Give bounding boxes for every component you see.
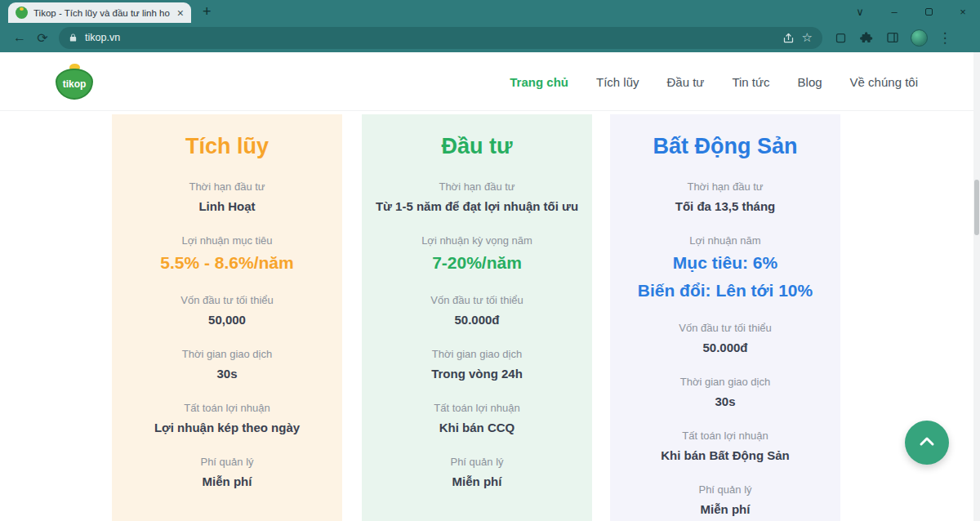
- tab-title: Tikop - Tích lũy và đầu tư linh ho: [33, 8, 172, 18]
- window-restore-button[interactable]: [911, 0, 946, 23]
- side-panel-icon[interactable]: [881, 26, 904, 49]
- row-value: Lợi nhuận kép theo ngày: [115, 421, 339, 434]
- nav-item-tich-luy[interactable]: Tích lũy: [596, 75, 639, 89]
- row-value: 30s: [115, 367, 339, 381]
- restore-icon: [925, 8, 933, 16]
- plan-row: Vốn đầu tư tối thiểu 50,000: [128, 294, 326, 327]
- browser-menu-icon[interactable]: ⋮: [933, 26, 956, 49]
- bookmark-star-icon[interactable]: ☆: [802, 30, 813, 45]
- plan-row: Vốn đầu tư tối thiểu 50.000đ: [378, 294, 576, 327]
- tab-close-icon[interactable]: ×: [177, 7, 184, 19]
- plan-row: Lợi nhuận mục tiêu 5.5% - 8.6%/năm: [128, 234, 326, 273]
- row-value: 50.000đ: [613, 341, 837, 354]
- row-value: Miễn phí: [365, 474, 589, 488]
- window-minimize-button[interactable]: –: [877, 0, 911, 23]
- lock-icon[interactable]: [69, 33, 78, 42]
- plan-row: Thời hạn đầu tư Linh Hoạt: [128, 180, 326, 213]
- window-controls: ∨ – ×: [843, 0, 980, 23]
- row-value: Tối đa 13,5 tháng: [613, 199, 837, 213]
- row-label: Phí quản lý: [378, 456, 576, 468]
- row-label: Thời hạn đầu tư: [128, 180, 326, 193]
- browser-toolbar: ← ⟳ tikop.vn ☆ ⋮: [0, 23, 980, 52]
- nav-item-dau-tu[interactable]: Đầu tư: [666, 75, 704, 89]
- row-value: Trong vòng 24h: [365, 367, 589, 381]
- row-label: Lợi nhuận kỳ vọng năm: [378, 234, 576, 247]
- logo-text: tikop: [63, 78, 87, 90]
- scroll-to-top-button[interactable]: [905, 421, 949, 465]
- extensions-puzzle-icon[interactable]: [855, 26, 878, 49]
- profile-avatar[interactable]: [907, 26, 930, 49]
- row-label: Thời hạn đầu tư: [378, 180, 576, 193]
- row-value: Khi bán Bất Động Sản: [613, 448, 837, 462]
- row-value-highlight: Mục tiêu: 6%: [613, 253, 837, 273]
- row-value: Khi bán CCQ: [365, 421, 589, 434]
- row-label: Thời gian giao dịch: [378, 348, 576, 360]
- row-value: Từ 1-5 năm để đạt lợi nhuận tối ưu: [365, 199, 589, 213]
- row-label: Thời hạn đầu tư: [626, 180, 824, 193]
- chevron-up-icon: [917, 433, 937, 452]
- nav-item-ve-chung-toi[interactable]: Về chúng tôi: [850, 75, 918, 89]
- window-chevron-icon[interactable]: ∨: [843, 0, 877, 23]
- site-header: tikop Trang chủ Tích lũy Đầu tư Tin tức …: [0, 52, 973, 111]
- row-label: Tất toán lợi nhuận: [128, 402, 326, 414]
- row-value: Miễn phí: [613, 502, 837, 516]
- url-text: tikop.vn: [85, 32, 775, 43]
- back-button[interactable]: ←: [8, 26, 31, 49]
- plan-row: Lợi nhuận kỳ vọng năm 7-20%/năm: [378, 234, 576, 273]
- row-value-highlight: 5.5% - 8.6%/năm: [115, 253, 339, 273]
- plan-row: Thời gian giao dịch Trong vòng 24h: [378, 348, 576, 381]
- plan-row: Thời gian giao dịch 30s: [128, 348, 326, 381]
- row-value: 30s: [613, 394, 837, 408]
- plan-card-title: Tích lũy: [128, 134, 326, 159]
- row-label: Vốn đầu tư tối thiểu: [378, 294, 576, 306]
- plan-row: Thời gian giao dịch 30s: [626, 376, 824, 408]
- plans-comparison-section: Tích lũy Thời hạn đầu tư Linh Hoạt Lợi n…: [0, 111, 973, 521]
- new-tab-button[interactable]: +: [203, 3, 212, 20]
- plan-row: Tất toán lợi nhuận Khi bán Bất Động Sản: [626, 430, 824, 462]
- plan-card-title: Đầu tư: [378, 134, 576, 159]
- nav-item-blog[interactable]: Blog: [798, 75, 822, 89]
- row-value: Linh Hoạt: [115, 199, 339, 213]
- plan-row: Tất toán lợi nhuận Lợi nhuận kép theo ng…: [128, 402, 326, 434]
- nav-item-trang-chu[interactable]: Trang chủ: [510, 75, 568, 89]
- plan-row: Thời hạn đầu tư Từ 1-5 năm để đạt lợi nh…: [378, 180, 576, 213]
- plan-row: Thời hạn đầu tư Tối đa 13,5 tháng: [626, 180, 824, 213]
- row-label: Phí quản lý: [626, 483, 824, 496]
- browser-tab[interactable]: Tikop - Tích lũy và đầu tư linh ho ×: [8, 2, 191, 23]
- row-label: Lợi nhuận mục tiêu: [128, 234, 326, 247]
- extension-icon[interactable]: [829, 26, 852, 49]
- nav-item-tin-tuc[interactable]: Tin tức: [732, 75, 769, 89]
- plan-row: Tất toán lợi nhuận Khi bán CCQ: [378, 402, 576, 434]
- scrollbar-thumb[interactable]: [974, 180, 979, 235]
- row-label: Tất toán lợi nhuận: [626, 430, 824, 442]
- row-label: Thời gian giao dịch: [626, 376, 824, 388]
- logo-bag-icon: tikop: [56, 69, 93, 100]
- browser-tab-strip: Tikop - Tích lũy và đầu tư linh ho × + ∨…: [0, 0, 980, 23]
- site-nav: Trang chủ Tích lũy Đầu tư Tin tức Blog V…: [510, 52, 918, 111]
- row-label: Tất toán lợi nhuận: [378, 402, 576, 414]
- plan-card-title: Bất Động Sản: [626, 134, 824, 159]
- row-value-highlight: Biến đổi: Lên tới 10%: [613, 281, 837, 301]
- row-value: Miễn phí: [115, 474, 339, 488]
- plan-row: Phí quản lý Miễn phí: [128, 456, 326, 488]
- share-icon[interactable]: [782, 32, 795, 44]
- avatar-image: [911, 29, 928, 47]
- page-viewport: tikop Trang chủ Tích lũy Đầu tư Tin tức …: [0, 52, 973, 521]
- plan-card-dau-tu: Đầu tư Thời hạn đầu tư Từ 1-5 năm để đạt…: [362, 114, 592, 521]
- tab-favicon-icon: [16, 7, 28, 19]
- row-value-highlight: 7-20%/năm: [365, 253, 589, 273]
- row-label: Vốn đầu tư tối thiểu: [128, 294, 326, 306]
- plan-card-tich-luy: Tích lũy Thời hạn đầu tư Linh Hoạt Lợi n…: [112, 114, 342, 521]
- page-scrollbar[interactable]: [973, 52, 980, 521]
- plan-row: Phí quản lý Miễn phí: [378, 456, 576, 488]
- row-label: Phí quản lý: [128, 456, 326, 468]
- plan-row: Lợi nhuận năm Mục tiêu: 6% Biến đổi: Lên…: [626, 234, 824, 301]
- row-value: 50,000: [115, 313, 339, 327]
- window-close-button[interactable]: ×: [946, 0, 980, 23]
- row-label: Thời gian giao dịch: [128, 348, 326, 360]
- tikop-logo[interactable]: tikop: [56, 64, 95, 101]
- plan-card-bat-dong-san: Bất Động Sản Thời hạn đầu tư Tối đa 13,5…: [610, 114, 840, 521]
- row-label: Lợi nhuận năm: [626, 234, 824, 247]
- address-bar[interactable]: tikop.vn ☆: [59, 27, 822, 49]
- reload-button[interactable]: ⟳: [31, 26, 54, 49]
